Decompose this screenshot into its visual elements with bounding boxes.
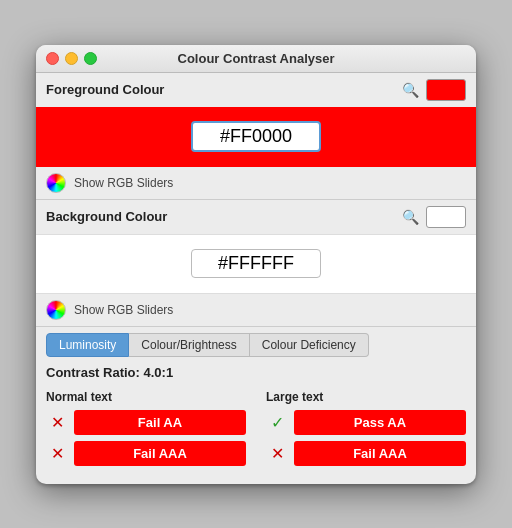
normal-fail-aa-badge[interactable]: Fail AA: [74, 410, 246, 435]
foreground-controls: 🔍: [400, 79, 466, 101]
background-rgb-label[interactable]: Show RGB Sliders: [74, 303, 173, 317]
tab-colour-brightness[interactable]: Colour/Brightness: [129, 333, 249, 357]
large-text-column: Large text ✓ Pass AA ✕ Fail AAA: [266, 390, 466, 472]
normal-fail-aa-row: ✕ Fail AA: [46, 410, 246, 435]
main-content: Foreground Colour 🔍 Show RGB Sliders Bac…: [36, 73, 476, 484]
app-window: Colour Contrast Analyser Foreground Colo…: [36, 45, 476, 484]
foreground-rgb-row: Show RGB Sliders: [36, 167, 476, 199]
normal-text-column: Normal text ✕ Fail AA ✕ Fail AAA: [46, 390, 246, 472]
minimize-button[interactable]: [65, 52, 78, 65]
large-fail-aaa-row: ✕ Fail AAA: [266, 441, 466, 466]
large-pass-aa-badge[interactable]: Pass AA: [294, 410, 466, 435]
traffic-lights: [46, 52, 97, 65]
background-rgb-row: Show RGB Sliders: [36, 294, 476, 326]
large-text-title: Large text: [266, 390, 466, 404]
contrast-ratio-label: Contrast Ratio: 4.0:1: [46, 365, 173, 380]
foreground-label: Foreground Colour: [46, 82, 164, 97]
background-label-row: Background Colour 🔍: [36, 200, 476, 234]
foreground-preview: [36, 107, 476, 167]
normal-fail-aaa-icon: ✕: [46, 442, 68, 464]
normal-fail-aaa-row: ✕ Fail AAA: [46, 441, 246, 466]
background-preview: [36, 234, 476, 294]
large-pass-aa-icon: ✓: [266, 411, 288, 433]
close-button[interactable]: [46, 52, 59, 65]
tab-luminosity[interactable]: Luminosity: [46, 333, 129, 357]
normal-fail-aa-icon: ✕: [46, 411, 68, 433]
background-hex-input[interactable]: [191, 249, 321, 278]
window-title: Colour Contrast Analyser: [178, 51, 335, 66]
foreground-color-wheel-icon[interactable]: [46, 173, 66, 193]
large-pass-aa-row: ✓ Pass AA: [266, 410, 466, 435]
foreground-swatch[interactable]: [426, 79, 466, 101]
results-section: Normal text ✕ Fail AA ✕ Fail AAA Large t…: [36, 384, 476, 484]
titlebar: Colour Contrast Analyser: [36, 45, 476, 73]
contrast-ratio: Contrast Ratio: 4.0:1: [36, 357, 476, 384]
tabs-row: Luminosity Colour/Brightness Colour Defi…: [36, 327, 476, 357]
background-label: Background Colour: [46, 209, 167, 224]
tab-colour-deficiency[interactable]: Colour Deficiency: [250, 333, 369, 357]
background-controls: 🔍: [400, 206, 466, 228]
large-fail-aaa-icon: ✕: [266, 442, 288, 464]
background-search-button[interactable]: 🔍: [400, 207, 420, 227]
normal-text-title: Normal text: [46, 390, 246, 404]
background-swatch[interactable]: [426, 206, 466, 228]
background-color-wheel-icon[interactable]: [46, 300, 66, 320]
normal-fail-aaa-badge[interactable]: Fail AAA: [74, 441, 246, 466]
foreground-rgb-label[interactable]: Show RGB Sliders: [74, 176, 173, 190]
maximize-button[interactable]: [84, 52, 97, 65]
foreground-label-row: Foreground Colour 🔍: [36, 73, 476, 107]
large-fail-aaa-badge[interactable]: Fail AAA: [294, 441, 466, 466]
foreground-hex-input[interactable]: [191, 121, 321, 152]
foreground-search-button[interactable]: 🔍: [400, 80, 420, 100]
